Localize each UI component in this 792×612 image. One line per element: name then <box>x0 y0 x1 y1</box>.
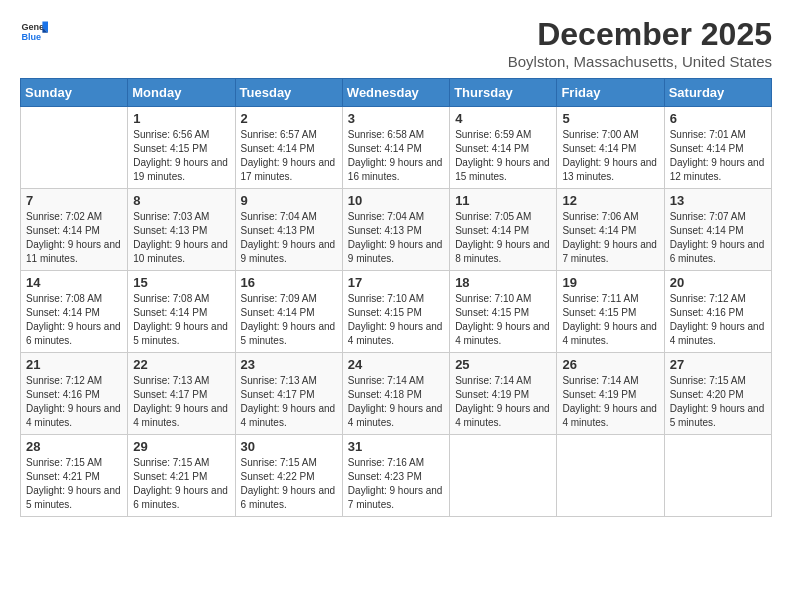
day-header-monday: Monday <box>128 79 235 107</box>
day-number: 13 <box>670 193 766 208</box>
calendar-cell: 5Sunrise: 7:00 AMSunset: 4:14 PMDaylight… <box>557 107 664 189</box>
calendar-cell: 6Sunrise: 7:01 AMSunset: 4:14 PMDaylight… <box>664 107 771 189</box>
calendar-table: SundayMondayTuesdayWednesdayThursdayFrid… <box>20 78 772 517</box>
calendar-cell: 2Sunrise: 6:57 AMSunset: 4:14 PMDaylight… <box>235 107 342 189</box>
cell-info: Sunrise: 7:15 AMSunset: 4:21 PMDaylight:… <box>133 456 229 512</box>
day-number: 24 <box>348 357 444 372</box>
cell-info: Sunrise: 7:02 AMSunset: 4:14 PMDaylight:… <box>26 210 122 266</box>
day-number: 16 <box>241 275 337 290</box>
day-header-friday: Friday <box>557 79 664 107</box>
day-number: 27 <box>670 357 766 372</box>
day-number: 22 <box>133 357 229 372</box>
calendar-cell: 30Sunrise: 7:15 AMSunset: 4:22 PMDayligh… <box>235 435 342 517</box>
calendar-cell: 8Sunrise: 7:03 AMSunset: 4:13 PMDaylight… <box>128 189 235 271</box>
cell-info: Sunrise: 7:10 AMSunset: 4:15 PMDaylight:… <box>455 292 551 348</box>
calendar-cell: 10Sunrise: 7:04 AMSunset: 4:13 PMDayligh… <box>342 189 449 271</box>
calendar-cell: 9Sunrise: 7:04 AMSunset: 4:13 PMDaylight… <box>235 189 342 271</box>
day-number: 28 <box>26 439 122 454</box>
calendar-cell: 24Sunrise: 7:14 AMSunset: 4:18 PMDayligh… <box>342 353 449 435</box>
cell-info: Sunrise: 7:05 AMSunset: 4:14 PMDaylight:… <box>455 210 551 266</box>
day-number: 30 <box>241 439 337 454</box>
cell-info: Sunrise: 7:10 AMSunset: 4:15 PMDaylight:… <box>348 292 444 348</box>
calendar-cell: 1Sunrise: 6:56 AMSunset: 4:15 PMDaylight… <box>128 107 235 189</box>
calendar-cell: 27Sunrise: 7:15 AMSunset: 4:20 PMDayligh… <box>664 353 771 435</box>
calendar-cell: 14Sunrise: 7:08 AMSunset: 4:14 PMDayligh… <box>21 271 128 353</box>
cell-info: Sunrise: 7:08 AMSunset: 4:14 PMDaylight:… <box>133 292 229 348</box>
calendar-cell: 12Sunrise: 7:06 AMSunset: 4:14 PMDayligh… <box>557 189 664 271</box>
day-number: 5 <box>562 111 658 126</box>
calendar-cell: 31Sunrise: 7:16 AMSunset: 4:23 PMDayligh… <box>342 435 449 517</box>
calendar-week-row: 1Sunrise: 6:56 AMSunset: 4:15 PMDaylight… <box>21 107 772 189</box>
page-header: General Blue December 2025 Boylston, Mas… <box>20 16 772 70</box>
month-title: December 2025 <box>508 16 772 53</box>
cell-info: Sunrise: 7:16 AMSunset: 4:23 PMDaylight:… <box>348 456 444 512</box>
day-number: 20 <box>670 275 766 290</box>
calendar-cell: 3Sunrise: 6:58 AMSunset: 4:14 PMDaylight… <box>342 107 449 189</box>
cell-info: Sunrise: 7:08 AMSunset: 4:14 PMDaylight:… <box>26 292 122 348</box>
day-number: 4 <box>455 111 551 126</box>
calendar-cell: 20Sunrise: 7:12 AMSunset: 4:16 PMDayligh… <box>664 271 771 353</box>
day-number: 18 <box>455 275 551 290</box>
cell-info: Sunrise: 7:14 AMSunset: 4:19 PMDaylight:… <box>455 374 551 430</box>
calendar-cell: 7Sunrise: 7:02 AMSunset: 4:14 PMDaylight… <box>21 189 128 271</box>
day-header-wednesday: Wednesday <box>342 79 449 107</box>
cell-info: Sunrise: 7:14 AMSunset: 4:19 PMDaylight:… <box>562 374 658 430</box>
day-number: 19 <box>562 275 658 290</box>
cell-info: Sunrise: 7:13 AMSunset: 4:17 PMDaylight:… <box>133 374 229 430</box>
calendar-cell: 13Sunrise: 7:07 AMSunset: 4:14 PMDayligh… <box>664 189 771 271</box>
calendar-cell: 28Sunrise: 7:15 AMSunset: 4:21 PMDayligh… <box>21 435 128 517</box>
cell-info: Sunrise: 7:04 AMSunset: 4:13 PMDaylight:… <box>241 210 337 266</box>
calendar-cell: 21Sunrise: 7:12 AMSunset: 4:16 PMDayligh… <box>21 353 128 435</box>
cell-info: Sunrise: 7:09 AMSunset: 4:14 PMDaylight:… <box>241 292 337 348</box>
day-number: 26 <box>562 357 658 372</box>
svg-text:Blue: Blue <box>21 32 41 42</box>
cell-info: Sunrise: 7:06 AMSunset: 4:14 PMDaylight:… <box>562 210 658 266</box>
cell-info: Sunrise: 6:58 AMSunset: 4:14 PMDaylight:… <box>348 128 444 184</box>
day-number: 10 <box>348 193 444 208</box>
cell-info: Sunrise: 7:15 AMSunset: 4:22 PMDaylight:… <box>241 456 337 512</box>
calendar-week-row: 7Sunrise: 7:02 AMSunset: 4:14 PMDaylight… <box>21 189 772 271</box>
day-number: 1 <box>133 111 229 126</box>
day-header-tuesday: Tuesday <box>235 79 342 107</box>
day-number: 14 <box>26 275 122 290</box>
cell-info: Sunrise: 7:07 AMSunset: 4:14 PMDaylight:… <box>670 210 766 266</box>
calendar-cell <box>450 435 557 517</box>
logo: General Blue <box>20 16 48 44</box>
day-number: 2 <box>241 111 337 126</box>
location-title: Boylston, Massachusetts, United States <box>508 53 772 70</box>
calendar-cell <box>557 435 664 517</box>
day-number: 23 <box>241 357 337 372</box>
calendar-cell <box>664 435 771 517</box>
cell-info: Sunrise: 7:00 AMSunset: 4:14 PMDaylight:… <box>562 128 658 184</box>
calendar-cell: 22Sunrise: 7:13 AMSunset: 4:17 PMDayligh… <box>128 353 235 435</box>
calendar-cell: 19Sunrise: 7:11 AMSunset: 4:15 PMDayligh… <box>557 271 664 353</box>
cell-info: Sunrise: 7:12 AMSunset: 4:16 PMDaylight:… <box>26 374 122 430</box>
day-number: 7 <box>26 193 122 208</box>
day-number: 6 <box>670 111 766 126</box>
cell-info: Sunrise: 6:57 AMSunset: 4:14 PMDaylight:… <box>241 128 337 184</box>
cell-info: Sunrise: 7:15 AMSunset: 4:21 PMDaylight:… <box>26 456 122 512</box>
cell-info: Sunrise: 7:04 AMSunset: 4:13 PMDaylight:… <box>348 210 444 266</box>
cell-info: Sunrise: 6:59 AMSunset: 4:14 PMDaylight:… <box>455 128 551 184</box>
day-header-thursday: Thursday <box>450 79 557 107</box>
calendar-week-row: 28Sunrise: 7:15 AMSunset: 4:21 PMDayligh… <box>21 435 772 517</box>
calendar-week-row: 14Sunrise: 7:08 AMSunset: 4:14 PMDayligh… <box>21 271 772 353</box>
cell-info: Sunrise: 7:13 AMSunset: 4:17 PMDaylight:… <box>241 374 337 430</box>
day-number: 31 <box>348 439 444 454</box>
calendar-cell: 23Sunrise: 7:13 AMSunset: 4:17 PMDayligh… <box>235 353 342 435</box>
cell-info: Sunrise: 7:12 AMSunset: 4:16 PMDaylight:… <box>670 292 766 348</box>
day-header-saturday: Saturday <box>664 79 771 107</box>
day-number: 21 <box>26 357 122 372</box>
cell-info: Sunrise: 7:01 AMSunset: 4:14 PMDaylight:… <box>670 128 766 184</box>
title-block: December 2025 Boylston, Massachusetts, U… <box>508 16 772 70</box>
calendar-cell: 26Sunrise: 7:14 AMSunset: 4:19 PMDayligh… <box>557 353 664 435</box>
cell-info: Sunrise: 7:14 AMSunset: 4:18 PMDaylight:… <box>348 374 444 430</box>
calendar-cell: 18Sunrise: 7:10 AMSunset: 4:15 PMDayligh… <box>450 271 557 353</box>
calendar-header-row: SundayMondayTuesdayWednesdayThursdayFrid… <box>21 79 772 107</box>
day-number: 29 <box>133 439 229 454</box>
calendar-cell: 29Sunrise: 7:15 AMSunset: 4:21 PMDayligh… <box>128 435 235 517</box>
calendar-cell: 4Sunrise: 6:59 AMSunset: 4:14 PMDaylight… <box>450 107 557 189</box>
cell-info: Sunrise: 7:15 AMSunset: 4:20 PMDaylight:… <box>670 374 766 430</box>
day-number: 15 <box>133 275 229 290</box>
day-number: 3 <box>348 111 444 126</box>
